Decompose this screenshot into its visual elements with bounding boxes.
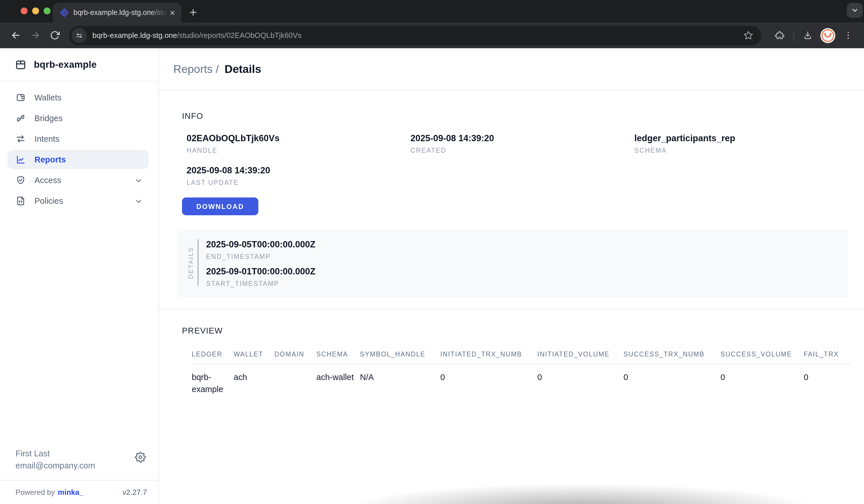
tab-search-button[interactable]	[847, 3, 863, 18]
browser-menu-icon[interactable]	[839, 27, 856, 44]
cell-success-trx-numb: 0	[623, 371, 720, 396]
app-version: v2.27.7	[122, 488, 147, 496]
url-path: /studio/reports/02EAObOQLbTjk60Vs	[177, 31, 302, 40]
info-field-handle: 02EAObOQLbTjk60Vs HANDLE	[187, 133, 410, 154]
sidebar-item-label: Policies	[34, 196, 63, 205]
sidebar-item-wallets[interactable]: Wallets	[8, 88, 149, 107]
chevron-down-icon	[134, 196, 143, 205]
extensions-icon[interactable]	[771, 27, 788, 44]
sidebar-item-access[interactable]: Access	[8, 170, 149, 190]
column-header: FAIL_TRX	[804, 351, 864, 358]
downloads-icon[interactable]	[799, 27, 816, 44]
table-header-border	[192, 364, 851, 364]
column-header: INITIATED_TRX_NUMB	[440, 351, 537, 358]
main-content: Reports / Details INFO 02EAObOQLbTjk60Vs…	[159, 48, 864, 504]
cell-success-volume: 0	[720, 371, 804, 396]
package-icon	[15, 59, 26, 70]
sidebar-item-label: Wallets	[34, 93, 61, 102]
toolbar-actions	[769, 27, 858, 44]
column-header: SUCCESS_VOLUME	[720, 351, 804, 358]
powered-by-text: Powered by	[15, 488, 55, 496]
chart-line-icon	[15, 154, 26, 165]
column-header: SCHEMA	[316, 351, 360, 358]
tab-title: bqrb-example.ldg-stg.one/stu	[73, 9, 168, 17]
file-code-icon	[15, 196, 26, 206]
forward-button[interactable]	[26, 27, 44, 44]
powered-by: Powered by minka_ v2.27.7	[0, 480, 158, 504]
plug-icon	[15, 113, 26, 123]
close-window-button[interactable]	[21, 8, 27, 14]
column-header: SUCCESS_TRX_NUMB	[623, 351, 720, 358]
column-header: WALLET	[233, 351, 274, 358]
wallet-icon	[15, 93, 26, 103]
zoom-window-button[interactable]	[44, 8, 50, 14]
shield-check-icon	[15, 175, 26, 185]
cell-domain	[274, 371, 316, 396]
new-tab-button[interactable]	[185, 4, 201, 20]
info-section-title: INFO	[182, 111, 848, 121]
breadcrumb-parent[interactable]: Reports /	[173, 62, 219, 75]
table-row[interactable]: bqrb-example ach ach-wallet N/A 0 0 0 0 …	[192, 371, 864, 396]
cell-initiated-trx-numb: 0	[440, 371, 537, 396]
sidebar-item-label: Access	[34, 176, 61, 185]
preview-table: LEDGER WALLET DOMAIN SCHEMA SYMBOL_HANDL…	[192, 351, 864, 396]
swap-arrows-icon	[15, 134, 26, 144]
sidebar-item-policies[interactable]: Policies	[8, 191, 149, 211]
cell-initiated-volume: 0	[537, 371, 623, 396]
section-divider	[159, 309, 864, 309]
browser-toolbar: bqrb-example.ldg-stg.one/studio/reports/…	[0, 22, 864, 48]
sidebar-nav: Wallets Bridges	[0, 82, 158, 212]
sidebar-item-label: Bridges	[34, 114, 63, 123]
details-field-end-timestamp: 2025-09-05T00:00:00.000Z END_TIMESTAMP	[206, 239, 315, 260]
browser-window: bqrb-example.ldg-stg.one/stu	[0, 0, 864, 504]
info-field-last-update: 2025-09-08 14:39:20 LAST UPDATE	[187, 165, 410, 186]
app-root: bqrb-example Wallets	[0, 48, 864, 504]
profile-avatar[interactable]	[820, 28, 835, 43]
workspace-name: bqrb-example	[34, 59, 97, 70]
window-controls[interactable]	[21, 8, 50, 14]
tab-strip: bqrb-example.ldg-stg.one/stu	[0, 0, 864, 22]
column-header: LEDGER	[192, 351, 233, 358]
sidebar-item-label: Intents	[34, 134, 59, 144]
download-button[interactable]: DOWNLOAD	[182, 197, 258, 215]
cell-schema: ach-wallet	[316, 371, 360, 396]
column-header: INITIATED_VOLUME	[537, 351, 623, 358]
tab-close-icon[interactable]	[168, 8, 177, 17]
toolbar-divider	[793, 29, 794, 41]
cell-symbol-handle: N/A	[360, 371, 440, 396]
url-text[interactable]: bqrb-example.ldg-stg.one/studio/reports/…	[93, 31, 741, 40]
gear-icon[interactable]	[133, 450, 147, 464]
details-panel: DETAILS 2025-09-05T00:00:00.000Z END_TIM…	[178, 229, 849, 297]
preview-section-title: PREVIEW	[182, 326, 848, 335]
bookmark-star-icon[interactable]	[741, 28, 756, 43]
sidebar-item-reports[interactable]: Reports	[8, 150, 149, 169]
column-header: SYMBOL_HANDLE	[360, 351, 440, 358]
user-name: First Last	[15, 448, 133, 460]
chevron-down-icon	[134, 176, 143, 184]
details-vertical-label: DETAILS	[187, 238, 194, 287]
cell-fail-trx: 0	[804, 371, 864, 396]
info-fields: 02EAObOQLbTjk60Vs HANDLE 2025-09-08 14:3…	[187, 133, 848, 186]
browser-tab[interactable]: bqrb-example.ldg-stg.one/stu	[53, 3, 181, 22]
column-header: DOMAIN	[274, 351, 316, 358]
table-header-row: LEDGER WALLET DOMAIN SCHEMA SYMBOL_HANDL…	[192, 351, 864, 358]
page-title: Details	[225, 62, 261, 75]
breadcrumb: Reports / Details	[159, 48, 864, 90]
url-bar[interactable]: bqrb-example.ldg-stg.one/studio/reports/…	[69, 26, 761, 45]
sidebar: bqrb-example Wallets	[0, 48, 159, 504]
minimize-window-button[interactable]	[32, 8, 39, 14]
cell-wallet: ach	[233, 371, 274, 396]
site-settings-icon[interactable]	[72, 28, 87, 43]
window-shadow	[237, 484, 864, 504]
brand-link[interactable]: minka_	[58, 488, 84, 496]
info-field-schema: ledger_participants_rep SCHEMA	[634, 133, 848, 154]
workspace-header[interactable]: bqrb-example	[0, 48, 158, 82]
url-host: bqrb-example.ldg-stg.one	[93, 31, 177, 40]
sidebar-item-intents[interactable]: Intents	[8, 129, 149, 149]
info-field-created: 2025-09-08 14:39:20 CREATED	[410, 133, 634, 154]
sidebar-item-bridges[interactable]: Bridges	[8, 108, 149, 128]
user-email: email@company.com	[15, 460, 133, 472]
reload-button[interactable]	[46, 27, 63, 44]
back-button[interactable]	[7, 27, 24, 44]
sidebar-item-label: Reports	[34, 155, 66, 164]
